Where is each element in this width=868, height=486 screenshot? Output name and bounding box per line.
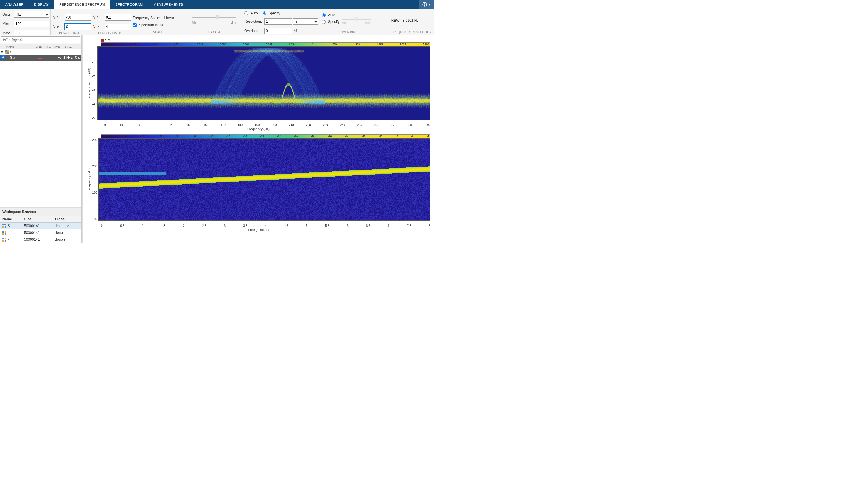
svg-rect-6 (2, 225, 6, 225)
leakage-title: LEAKAGE (188, 30, 239, 35)
workspace-table: Name Size Class S500001×1timetablet50000… (0, 216, 81, 243)
powerbins-auto-radio[interactable] (322, 13, 326, 17)
den-max-input[interactable] (104, 24, 131, 30)
spectrum-db-label: Spectrum in dB (139, 23, 163, 27)
help-icon: ? (422, 2, 427, 7)
persistence-colorbar: 0.126 (%)0.1580.20.2510.3160.3980.5010.6… (101, 42, 431, 47)
tab-spectrogram[interactable]: SPECTROGRAM (110, 0, 148, 9)
svg-rect-13 (2, 238, 4, 239)
spectrogram-colorbar: -42 (dB)-40-38-36-34-32-30-28-26-24-22-2… (101, 134, 431, 138)
spectrum-db-checkbox[interactable] (133, 23, 136, 27)
pow-min-input[interactable] (65, 14, 91, 21)
scale-title: SCALE (133, 30, 184, 35)
resolution-label: Resolution: (244, 20, 263, 24)
den-max-label: Max: (93, 25, 103, 29)
legend-label: S.x (105, 38, 110, 42)
leakage-min: Min (192, 21, 197, 24)
powerbins-slider (342, 19, 371, 20)
left-panel: NAME LINE INFO TIME STA... ▾ S S.x Fs: 1… (0, 35, 82, 243)
grid-icon (5, 50, 9, 54)
toolstrip-tabs: ANALYZER DISPLAY PERSISTENCE SPECTRUM SP… (0, 0, 434, 9)
persistence-xticks: 1001101201301401501601701801902002102202… (101, 123, 431, 126)
help-button[interactable]: ? ▾ (419, 0, 434, 9)
overlap-input[interactable] (264, 28, 292, 34)
dropdown-icon: ▾ (429, 2, 431, 6)
persistence-yticks: 0-10-20-30-40-50 (92, 47, 97, 120)
spectrogram-plot[interactable] (98, 138, 431, 221)
tab-persistence-spectrum[interactable]: PERSISTENCE SPECTRUM (54, 0, 110, 9)
signal-fs: Fs: 1 kHz (58, 56, 74, 60)
svg-rect-12 (5, 233, 6, 235)
signal-group-row[interactable]: ▾ S (0, 49, 81, 55)
tab-display[interactable]: DISPLAY (29, 0, 54, 9)
freq-min-label: Min: (2, 22, 13, 26)
legend-swatch (101, 39, 104, 42)
powerbins-auto-label: Auto (328, 13, 335, 17)
pow-max-label: Max: (53, 25, 63, 29)
workspace-browser-title: Workspace Browser (0, 208, 81, 216)
persistence-xlabel: Frequency (Hz) (86, 127, 431, 131)
collapse-icon[interactable]: ▾ (1, 50, 4, 54)
col-stat[interactable]: STA... (63, 45, 73, 48)
slider-thumb[interactable] (216, 15, 219, 20)
signal-item-row[interactable]: S.x Fs: 1 kHz 0 s (0, 55, 81, 60)
spectrogram-yticks: 250200150100 (92, 138, 98, 221)
legend: S.x (101, 38, 431, 42)
units-label: Units: (2, 12, 13, 17)
line-color-icon (38, 58, 42, 59)
ws-row[interactable]: S500001×1timetable (0, 223, 81, 229)
tab-measurements[interactable]: MEASUREMENTS (148, 0, 188, 9)
signals-header: NAME LINE INFO TIME STA... (0, 44, 81, 49)
col-time[interactable]: TIME (52, 45, 63, 48)
timeres-specify-label: Specify (269, 11, 280, 15)
signal-name: S.x (7, 56, 36, 60)
spectrogram-xticks: 00.511.522.533.544.555.566.577.58 (101, 224, 431, 227)
den-min-label: Min: (93, 15, 103, 20)
svg-rect-4 (5, 52, 7, 54)
freq-min-input[interactable] (14, 21, 49, 27)
overlap-label: Overlap: (244, 29, 263, 33)
signal-t: 0 s (75, 56, 80, 60)
pow-max-input[interactable] (65, 24, 91, 30)
powerbins-min: Min: (342, 22, 347, 25)
ws-row[interactable]: t500001×1double (0, 229, 81, 236)
timeres-specify-radio[interactable] (262, 11, 266, 15)
leakage-slider[interactable] (192, 17, 236, 18)
svg-rect-8 (5, 226, 6, 228)
resolution-input[interactable] (264, 18, 292, 25)
svg-rect-16 (5, 240, 6, 241)
units-select[interactable]: Hz (14, 11, 49, 18)
ws-col-size[interactable]: Size (22, 216, 53, 223)
signal-checkbox[interactable] (1, 55, 5, 59)
col-name[interactable]: NAME (5, 45, 35, 48)
svg-rect-7 (2, 226, 4, 228)
svg-rect-3 (7, 50, 9, 52)
powerbins-title: POWER BINS (322, 30, 373, 35)
freqres-title: FREQUENCY RESOLUTION (378, 30, 432, 35)
freq-max-label: Max: (2, 31, 13, 35)
overlap-unit: % (294, 29, 298, 33)
persistence-plot[interactable] (97, 47, 431, 120)
svg-rect-9 (2, 231, 4, 233)
spectrogram-ylabel: Frequency (Hz) (86, 138, 92, 221)
filter-signals-input[interactable] (1, 36, 80, 43)
freq-scale-value[interactable]: Linear (164, 16, 174, 20)
signal-group-name: S (10, 50, 12, 54)
ws-row[interactable]: x500001×1double (0, 236, 81, 243)
tab-analyzer[interactable]: ANALYZER (0, 0, 29, 9)
timeres-auto-label: Auto (250, 11, 258, 15)
den-min-input[interactable] (104, 14, 131, 21)
powerbins-specify-radio[interactable] (322, 20, 326, 24)
resolution-unit-select[interactable]: s (293, 18, 318, 25)
powerbins-specify-label: Specify (328, 20, 339, 24)
plot-area: S.x 0.126 (%)0.1580.20.2510.3160.3980.50… (83, 35, 434, 243)
col-info[interactable]: INFO (43, 45, 52, 48)
svg-rect-14 (5, 238, 6, 239)
svg-rect-11 (2, 233, 4, 235)
pow-min-label: Min: (53, 15, 63, 20)
ws-col-name[interactable]: Name (0, 216, 22, 223)
col-line[interactable]: LINE (35, 45, 43, 48)
svg-text:?: ? (424, 3, 426, 6)
ws-col-class[interactable]: Class (53, 216, 81, 223)
timeres-auto-radio[interactable] (244, 11, 248, 15)
